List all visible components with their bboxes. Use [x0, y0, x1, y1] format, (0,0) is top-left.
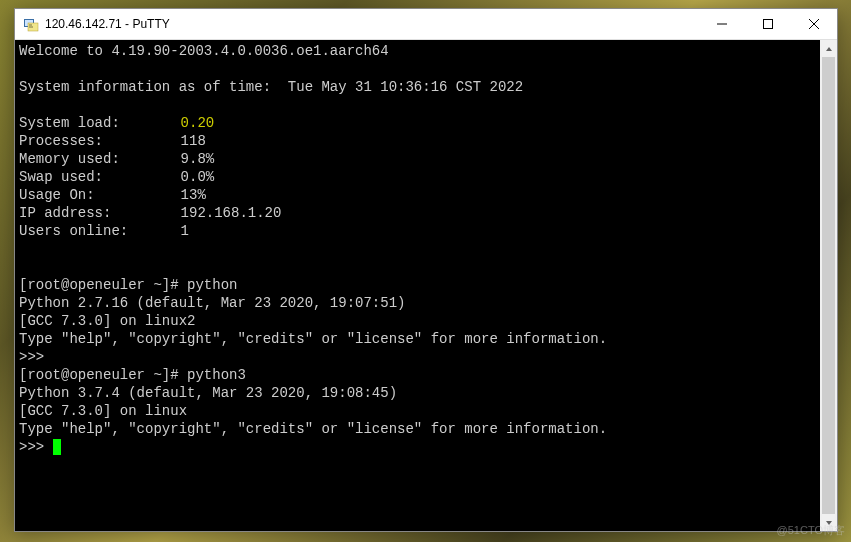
system-load-label: System load:: [19, 114, 147, 132]
command-2: python3: [187, 367, 246, 383]
swap-used-line: Swap used: 0.0%: [19, 168, 833, 186]
window-title: 120.46.142.71 - PuTTY: [45, 17, 699, 31]
shell-prompt-1: [root@openeuler ~]#: [19, 277, 187, 293]
processes-label: Processes:: [19, 132, 147, 150]
sysinfo-time-line: System information as of time: Tue May 3…: [19, 78, 833, 96]
blank-line: [19, 60, 833, 78]
blank-line: [19, 258, 833, 276]
swap-used-value: 0.0%: [181, 169, 215, 185]
system-load-line: System load: 0.20: [19, 114, 833, 132]
memory-used-value: 9.8%: [181, 151, 215, 167]
svg-marker-9: [826, 47, 832, 51]
users-online-line: Users online: 1: [19, 222, 833, 240]
terminal-scrollbar[interactable]: [820, 40, 837, 531]
python-help-line-2: Type "help", "copyright", "credits" or "…: [19, 420, 833, 438]
repl-prompt-1: >>>: [19, 348, 833, 366]
terminal-cursor: [53, 439, 61, 455]
svg-marker-10: [826, 521, 832, 525]
minimize-button[interactable]: [699, 9, 745, 39]
processes-value: 118: [181, 133, 206, 149]
putty-window: 120.46.142.71 - PuTTY Welcome to 4.19.90…: [14, 8, 838, 532]
processes-line: Processes: 118: [19, 132, 833, 150]
python-help-line-1: Type "help", "copyright", "credits" or "…: [19, 330, 833, 348]
prompt-line-2: [root@openeuler ~]# python3: [19, 366, 833, 384]
ip-address-label: IP address:: [19, 204, 147, 222]
swap-used-label: Swap used:: [19, 168, 147, 186]
python2-gcc-line: [GCC 7.3.0] on linux2: [19, 312, 833, 330]
maximize-button[interactable]: [745, 9, 791, 39]
repl-prompt-2: >>>: [19, 438, 833, 456]
repl-prompt-text: >>>: [19, 439, 53, 455]
scrollbar-track[interactable]: [820, 57, 837, 514]
close-button[interactable]: [791, 9, 837, 39]
scrollbar-thumb[interactable]: [822, 57, 835, 514]
shell-prompt-2: [root@openeuler ~]#: [19, 367, 187, 383]
prompt-line-1: [root@openeuler ~]# python: [19, 276, 833, 294]
command-1: python: [187, 277, 237, 293]
scroll-up-button[interactable]: [820, 40, 837, 57]
titlebar[interactable]: 120.46.142.71 - PuTTY: [15, 9, 837, 40]
usage-on-line: Usage On: 13%: [19, 186, 833, 204]
python3-version-line: Python 3.7.4 (default, Mar 23 2020, 19:0…: [19, 384, 833, 402]
system-load-value: 0.20: [181, 115, 215, 131]
usage-on-value: 13%: [181, 187, 206, 203]
blank-line: [19, 96, 833, 114]
sysinfo-time-label: System information as of time:: [19, 79, 288, 95]
blank-line: [19, 240, 833, 258]
memory-used-line: Memory used: 9.8%: [19, 150, 833, 168]
welcome-line: Welcome to 4.19.90-2003.4.0.0036.oe1.aar…: [19, 42, 833, 60]
memory-used-label: Memory used:: [19, 150, 147, 168]
ip-address-value: 192.168.1.20: [181, 205, 282, 221]
usage-on-label: Usage On:: [19, 186, 147, 204]
users-online-value: 1: [181, 223, 189, 239]
sysinfo-time-value: Tue May 31 10:36:16 CST 2022: [288, 79, 523, 95]
python3-gcc-line: [GCC 7.3.0] on linux: [19, 402, 833, 420]
terminal-body[interactable]: Welcome to 4.19.90-2003.4.0.0036.oe1.aar…: [15, 40, 837, 531]
scroll-down-button[interactable]: [820, 514, 837, 531]
svg-rect-6: [764, 20, 773, 29]
putty-icon: [23, 16, 39, 32]
users-online-label: Users online:: [19, 222, 147, 240]
ip-address-line: IP address: 192.168.1.20: [19, 204, 833, 222]
python2-version-line: Python 2.7.16 (default, Mar 23 2020, 19:…: [19, 294, 833, 312]
